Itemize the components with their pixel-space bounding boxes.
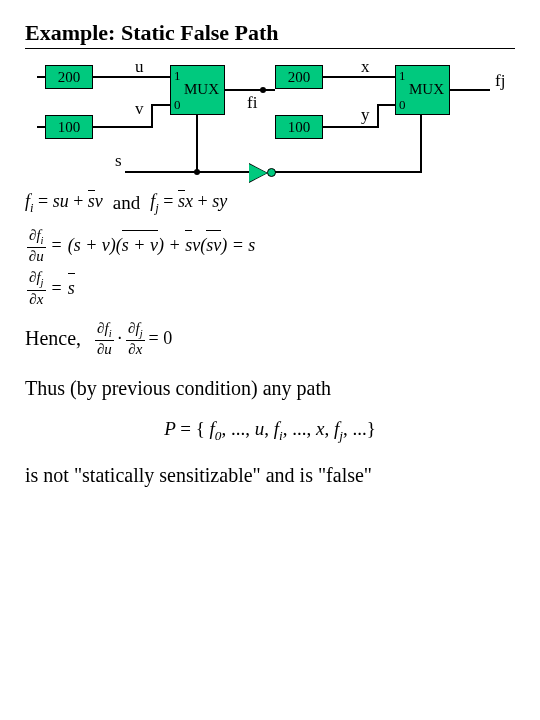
label-s: s	[115, 151, 122, 171]
fj-lhs: fj	[150, 191, 159, 211]
page-title: Example: Static False Path	[25, 20, 515, 46]
circuit-diagram: 200 100 u v 1 0 MUX fi 200 100 x y 1 0 M…	[25, 57, 525, 187]
mux1-input-1: 1	[174, 68, 181, 84]
label-fj: fj	[495, 71, 505, 91]
eq-fi-fj: fi = su + sv and fj = sx + sy	[25, 191, 515, 216]
label-y: y	[361, 105, 370, 125]
hence-line: Hence, ∂fi∂u · ∂fj∂x = 0	[25, 321, 515, 358]
path-set: P = { f0, ..., u, fi, ..., x, fj, ...}	[25, 418, 515, 444]
block-x: 200	[275, 65, 323, 89]
inverter-icon	[249, 164, 267, 182]
hence-word: Hence,	[25, 327, 81, 350]
mux2-input-0: 0	[399, 97, 406, 113]
mux1-input-0: 0	[174, 97, 181, 113]
partial-derivatives: ∂fi∂u = (s + v)(s + v) + sv(sv) = s ∂fj∂…	[25, 228, 515, 307]
title-rule	[25, 48, 515, 49]
block-v: 100	[45, 115, 93, 139]
thus-line: Thus (by previous condition) any path	[25, 377, 515, 400]
mux2-input-1: 1	[399, 68, 406, 84]
mux1-label: MUX	[184, 81, 219, 98]
node-fi	[260, 87, 266, 93]
label-v: v	[135, 99, 144, 119]
conclusion: is not "statically sensitizable" and is …	[25, 464, 515, 487]
label-fi: fi	[247, 93, 257, 113]
fi-lhs: fi	[25, 191, 34, 211]
mux2-label: MUX	[409, 81, 444, 98]
block-u: 200	[45, 65, 93, 89]
label-u: u	[135, 57, 144, 77]
block-y: 100	[275, 115, 323, 139]
and-word: and	[113, 192, 140, 214]
label-x: x	[361, 57, 370, 77]
